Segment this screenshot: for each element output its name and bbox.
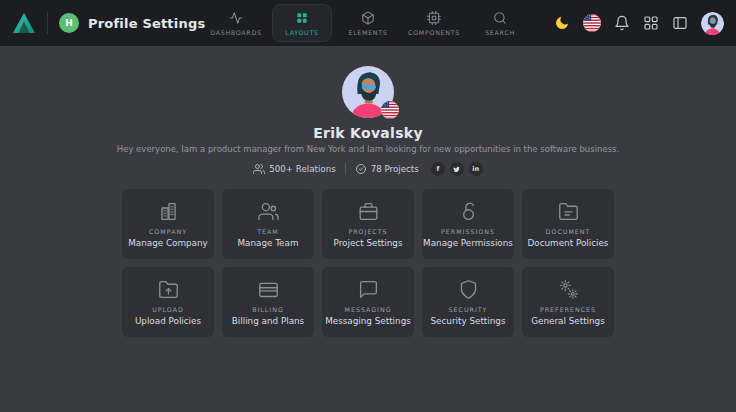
twitter-icon	[453, 166, 460, 173]
folder-upload-icon	[158, 279, 179, 300]
box-icon	[361, 11, 375, 25]
top-nav: DASHBOARDS LAYOUTS ELEMENTS COMPONENTS S…	[206, 4, 530, 42]
facebook-button[interactable]: f	[431, 162, 445, 176]
card-subtitle: Project Settings	[334, 238, 403, 248]
activity-icon	[229, 11, 243, 25]
shield-icon	[458, 279, 479, 300]
profile-meta-row: 500+ Relations 78 Projects f in	[0, 162, 736, 176]
card-label: DOCUMENT	[546, 228, 591, 235]
profile-panel: Erik Kovalsky Hey everyone, Iam a produc…	[0, 46, 736, 337]
card-document[interactable]: DOCUMENT Document Policies	[522, 189, 614, 259]
users-icon	[253, 163, 265, 175]
nav-item-search[interactable]: SEARCH	[470, 4, 530, 42]
notifications-bell-icon[interactable]	[614, 15, 630, 31]
nav-item-layouts[interactable]: LAYOUTS	[272, 4, 332, 42]
brand: H Profile Settings	[12, 12, 205, 34]
card-label: MESSAGING	[344, 306, 391, 313]
cpu-icon	[427, 11, 441, 25]
projects-badge: 78 Projects	[355, 163, 419, 175]
header-divider	[47, 12, 48, 34]
nav-label: LAYOUTS	[285, 29, 318, 36]
card-team[interactable]: TEAM Manage Team	[222, 189, 314, 259]
sidebar-toggle-icon[interactable]	[672, 15, 688, 31]
card-subtitle: Manage Team	[238, 238, 299, 248]
gears-icon	[558, 279, 579, 300]
check-circle-icon	[355, 163, 367, 175]
nav-label: DASHBOARDS	[210, 29, 261, 36]
profile-avatar	[342, 66, 394, 118]
app-logo-icon[interactable]	[12, 12, 36, 34]
folder-document-icon	[558, 201, 579, 222]
page-title: Profile Settings	[88, 16, 205, 31]
card-subtitle: Billing and Plans	[232, 316, 304, 326]
meta-divider	[345, 163, 346, 175]
social-links: f in	[431, 162, 483, 176]
relations-label: 500+ Relations	[269, 164, 336, 174]
card-projects[interactable]: PROJECTS Project Settings	[322, 189, 414, 259]
card-permissions[interactable]: PERMISSIONS Manage Permissions	[422, 189, 514, 259]
card-subtitle: Upload Policies	[135, 316, 201, 326]
page-badge: H	[59, 13, 79, 33]
language-flag-icon[interactable]	[583, 14, 601, 32]
search-icon	[493, 11, 507, 25]
card-subtitle: Messaging Settings	[325, 316, 411, 326]
nav-item-elements[interactable]: ELEMENTS	[338, 4, 398, 42]
facebook-icon: f	[436, 165, 439, 173]
projects-label: 78 Projects	[371, 164, 419, 174]
card-subtitle: Manage Company	[128, 238, 208, 248]
linkedin-button[interactable]: in	[469, 162, 483, 176]
credit-card-icon	[258, 279, 279, 300]
card-subtitle: Manage Permissions	[423, 238, 513, 248]
card-messaging[interactable]: MESSAGING Messaging Settings	[322, 267, 414, 337]
message-square-icon	[358, 279, 379, 300]
card-label: PERMISSIONS	[441, 228, 495, 235]
card-label: COMPANY	[149, 228, 187, 235]
nav-item-dashboards[interactable]: DASHBOARDS	[206, 4, 266, 42]
card-billing[interactable]: BILLING Billing and Plans	[222, 267, 314, 337]
card-company[interactable]: COMPANY Manage Company	[122, 189, 214, 259]
unlock-icon	[458, 201, 479, 222]
card-label: UPLOAD	[152, 306, 184, 313]
nav-label: ELEMENTS	[348, 29, 387, 36]
users-icon	[258, 201, 279, 222]
apps-grid-icon[interactable]	[643, 15, 659, 31]
card-label: PREFERENCES	[540, 306, 596, 313]
card-label: SECURITY	[449, 306, 488, 313]
profile-bio: Hey everyone, Iam a product manager from…	[0, 144, 736, 154]
nav-label: COMPONENTS	[408, 29, 460, 36]
profile-name: Erik Kovalsky	[0, 125, 736, 141]
card-upload[interactable]: UPLOAD Upload Policies	[122, 267, 214, 337]
dark-mode-moon-icon[interactable]	[554, 15, 570, 31]
card-security[interactable]: SECURITY Security Settings	[422, 267, 514, 337]
twitter-button[interactable]	[450, 162, 464, 176]
linkedin-icon: in	[472, 165, 479, 173]
card-label: BILLING	[252, 306, 284, 313]
header-actions	[554, 12, 724, 35]
nav-item-components[interactable]: COMPONENTS	[404, 4, 464, 42]
card-subtitle: General Settings	[531, 316, 605, 326]
settings-card-grid: COMPANY Manage Company TEAM Manage Team …	[122, 189, 614, 337]
nav-label: SEARCH	[485, 29, 515, 36]
buildings-icon	[158, 201, 179, 222]
card-label: TEAM	[257, 228, 279, 235]
card-subtitle: Security Settings	[430, 316, 505, 326]
card-subtitle: Document Policies	[528, 238, 609, 248]
country-flag-icon	[381, 101, 399, 119]
card-preferences[interactable]: PREFERENCES General Settings	[522, 267, 614, 337]
top-header: H Profile Settings DASHBOARDS LAYOUTS EL…	[0, 0, 736, 46]
relations-badge: 500+ Relations	[253, 163, 336, 175]
grid-icon	[295, 11, 309, 25]
briefcase-icon	[358, 201, 379, 222]
user-avatar[interactable]	[701, 12, 724, 35]
card-label: PROJECTS	[348, 228, 387, 235]
